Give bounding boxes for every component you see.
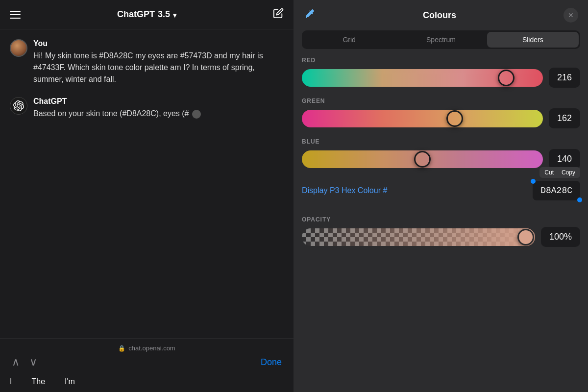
keyboard-word-2: The bbox=[31, 377, 45, 386]
hex-value-container: Cut Copy D8A28C bbox=[533, 181, 580, 200]
user-name: You bbox=[33, 39, 284, 48]
opacity-slider-track[interactable] bbox=[302, 228, 535, 246]
message-content-assistant: ChatGPT Based on your skin tone (#D8A28C… bbox=[33, 97, 284, 120]
opacity-section: OPACITY 100% bbox=[302, 216, 580, 247]
nav-arrows: ∧ ∨ bbox=[12, 356, 37, 368]
chevron-down-icon[interactable]: ▾ bbox=[173, 11, 176, 19]
close-button[interactable]: ✕ bbox=[564, 8, 578, 23]
sliders-section: RED 216 GREEN 162 BLUE bbox=[294, 57, 588, 392]
blue-slider-track[interactable] bbox=[302, 150, 543, 168]
url-bar: 🔒 chat.openai.com bbox=[10, 344, 284, 352]
hex-value[interactable]: D8A28C bbox=[533, 181, 580, 200]
blue-label: BLUE bbox=[302, 138, 580, 145]
blue-slider-value[interactable]: 140 bbox=[549, 149, 580, 169]
app-name: ChatGPT bbox=[117, 9, 155, 20]
tab-grid[interactable]: Grid bbox=[303, 32, 395, 48]
menu-button[interactable] bbox=[10, 11, 21, 19]
opacity-row: 100% bbox=[302, 227, 580, 247]
keyboard-word-3: I'm bbox=[65, 377, 75, 386]
message-assistant: ChatGPT Based on your skin tone (#D8A28C… bbox=[10, 97, 284, 120]
green-slider-row: 162 bbox=[302, 108, 580, 128]
cut-copy-bar: Cut Copy bbox=[539, 167, 580, 178]
message-user: You Hi! My skin tone is #D8A28C my eyes … bbox=[10, 39, 284, 85]
user-message-text: Hi! My skin tone is #D8A28C my eyes are … bbox=[33, 50, 284, 85]
nav-down-arrow[interactable]: ∨ bbox=[29, 356, 37, 368]
keyboard-hint: I The I'm bbox=[10, 372, 284, 386]
colour-picker-panel: Colours ✕ Grid Spectrum Sliders RED 216 … bbox=[294, 0, 588, 392]
red-label: RED bbox=[302, 57, 580, 64]
red-slider-row: 216 bbox=[302, 68, 580, 88]
chat-footer: 🔒 chat.openai.com ∧ ∨ Done I The I'm bbox=[0, 338, 294, 392]
blue-slider-thumb[interactable] bbox=[414, 151, 431, 168]
assistant-message-text: Based on your skin tone (#D8A28C), eyes … bbox=[33, 108, 284, 120]
eyedropper-icon[interactable] bbox=[304, 8, 316, 23]
version-badge: 3.5 bbox=[158, 9, 170, 20]
header-title: ChatGPT 3.5 ▾ bbox=[117, 9, 176, 20]
tab-bar: Grid Spectrum Sliders bbox=[302, 30, 580, 49]
green-slider-track[interactable] bbox=[302, 110, 543, 127]
color-circle-inline bbox=[192, 110, 201, 119]
opacity-label: OPACITY bbox=[302, 216, 580, 223]
chat-header: ChatGPT 3.5 ▾ bbox=[0, 0, 294, 29]
tab-spectrum[interactable]: Spectrum bbox=[395, 32, 487, 48]
assistant-name: ChatGPT bbox=[33, 97, 284, 106]
avatar-gpt bbox=[10, 97, 27, 115]
url-text: chat.openai.com bbox=[128, 344, 175, 352]
blue-slider-group: BLUE 140 bbox=[302, 138, 580, 169]
keyboard-word-1: I bbox=[10, 377, 12, 386]
red-slider-thumb[interactable] bbox=[498, 70, 514, 86]
opacity-overlay bbox=[302, 228, 535, 246]
colour-header: Colours ✕ bbox=[294, 0, 588, 30]
nav-up-arrow[interactable]: ∧ bbox=[12, 356, 20, 368]
colour-panel-title: Colours bbox=[423, 10, 456, 21]
selection-handle-bottom-right[interactable] bbox=[577, 197, 582, 202]
cut-option[interactable]: Cut bbox=[544, 169, 554, 176]
blue-slider-row: 140 bbox=[302, 149, 580, 169]
tab-sliders[interactable]: Sliders bbox=[487, 32, 579, 48]
avatar-user bbox=[10, 39, 27, 57]
red-slider-track[interactable] bbox=[302, 69, 543, 87]
chat-panel: ChatGPT 3.5 ▾ You Hi! My skin tone is #D… bbox=[0, 0, 294, 392]
opacity-value[interactable]: 100% bbox=[541, 227, 580, 247]
copy-option[interactable]: Copy bbox=[562, 169, 575, 176]
opacity-slider-thumb[interactable] bbox=[517, 229, 534, 245]
red-slider-value[interactable]: 216 bbox=[549, 68, 580, 88]
red-slider-group: RED 216 bbox=[302, 57, 580, 88]
done-button[interactable]: Done bbox=[261, 357, 282, 368]
lock-icon: 🔒 bbox=[118, 345, 125, 352]
green-slider-thumb[interactable] bbox=[446, 110, 463, 127]
green-slider-value[interactable]: 162 bbox=[549, 108, 580, 128]
hex-section: Display P3 Hex Colour # Cut Copy D8A28C bbox=[302, 179, 580, 202]
message-content-user: You Hi! My skin tone is #D8A28C my eyes … bbox=[33, 39, 284, 85]
chat-nav: ∧ ∨ Done bbox=[10, 356, 284, 368]
edit-icon[interactable] bbox=[273, 8, 284, 21]
assistant-text-part1: Based on your skin tone (#D8A28C), eyes … bbox=[33, 109, 189, 118]
green-label: GREEN bbox=[302, 98, 580, 104]
chat-messages: You Hi! My skin tone is #D8A28C my eyes … bbox=[0, 29, 294, 338]
hex-label: Display P3 Hex Colour # bbox=[302, 186, 387, 195]
green-slider-group: GREEN 162 bbox=[302, 98, 580, 128]
